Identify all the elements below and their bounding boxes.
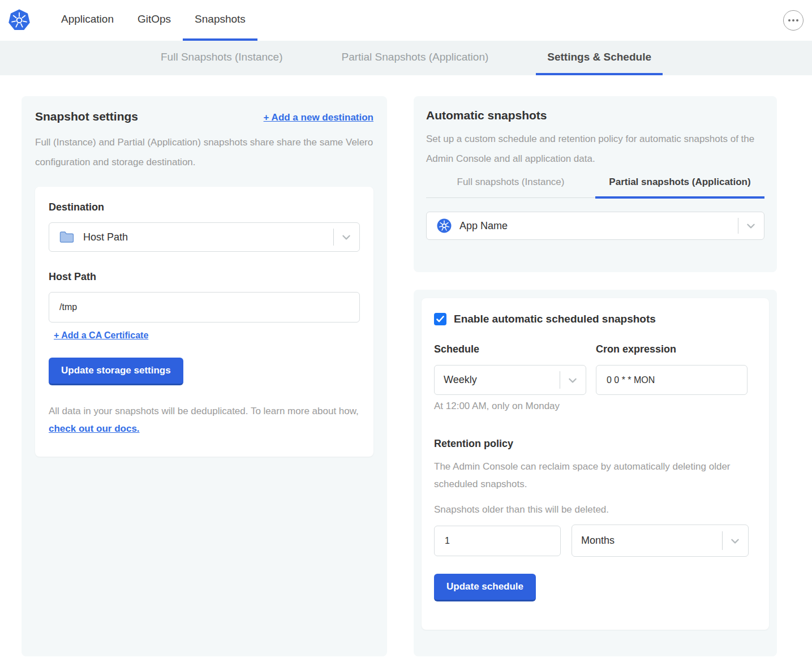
destination-select-value: Host Path (83, 231, 128, 243)
select-divider (560, 371, 560, 389)
nav-tab-snapshots[interactable]: Snapshots (183, 0, 257, 41)
snapshot-type-tabs: Full snapshots (Instance) Partial snapsh… (426, 177, 764, 198)
kubernetes-logo-icon (8, 7, 31, 32)
cron-expression-label: Cron expression (596, 343, 747, 355)
host-path-input[interactable] (49, 292, 360, 323)
automatic-snapshots-card: Automatic snapshots Set up a custom sche… (414, 96, 777, 272)
automatic-snapshots-description: Set up a custom schedule and retention p… (426, 129, 764, 169)
schedule-interval-value: Weekly (444, 374, 477, 386)
select-divider (333, 229, 334, 246)
chevron-down-icon (568, 375, 578, 385)
overflow-menu-button[interactable] (783, 10, 804, 31)
docs-link[interactable]: check out our docs. (49, 423, 140, 434)
update-schedule-button[interactable]: Update schedule (434, 574, 536, 601)
application-select[interactable]: App Name (426, 212, 764, 240)
subnav-tab-settings-schedule[interactable]: Settings & Schedule (536, 41, 663, 75)
schedule-interval-select[interactable]: Weekly (434, 365, 586, 395)
automatic-snapshots-title: Automatic snapshots (426, 109, 764, 122)
schedule-panel: Enable automatic scheduled snapshots Sch… (422, 298, 769, 630)
add-new-destination-link[interactable]: + Add a new destination (264, 112, 373, 123)
snapshot-settings-description: Full (Instance) and Partial (Application… (35, 132, 373, 172)
chevron-down-icon (341, 232, 351, 242)
admin-console-page: Application GitOps Snapshots Full Snapsh… (0, 0, 812, 662)
retention-policy-title: Retention policy (434, 438, 757, 450)
select-divider (738, 218, 738, 234)
retention-count-input[interactable] (434, 526, 561, 556)
update-storage-settings-button[interactable]: Update storage settings (49, 358, 183, 385)
dedup-note: All data in your snapshots will be dedup… (49, 402, 360, 437)
check-icon (436, 316, 444, 323)
cron-human-readable: At 12:00 AM, only on Monday (434, 401, 586, 412)
nav-tab-application[interactable]: Application (49, 0, 126, 41)
app-kubernetes-icon (437, 218, 452, 233)
destination-label: Destination (49, 201, 360, 213)
primary-nav: Application GitOps Snapshots (49, 0, 257, 41)
storage-settings-panel: Destination Host Path Host Path + Add a … (35, 187, 373, 457)
schedule-card: Enable automatic scheduled snapshots Sch… (414, 290, 777, 656)
add-ca-certificate-link[interactable]: + Add a CA Certificate (54, 330, 148, 341)
enable-snapshots-checkbox[interactable] (434, 313, 446, 325)
top-header: Application GitOps Snapshots (0, 0, 812, 41)
tab-full-snapshots-instance[interactable]: Full snapshots (Instance) (426, 177, 595, 199)
subnav-tab-full-snapshots[interactable]: Full Snapshots (Instance) (149, 41, 294, 75)
ellipsis-icon (788, 19, 790, 22)
enable-snapshots-label: Enable automatic scheduled snapshots (454, 313, 656, 325)
chevron-down-icon (730, 536, 740, 546)
retention-unit-select[interactable]: Months (572, 525, 749, 557)
snapshot-settings-title: Snapshot settings (35, 110, 138, 123)
nav-tab-gitops[interactable]: GitOps (126, 0, 183, 41)
chevron-down-icon (746, 221, 756, 231)
cron-expression-input[interactable] (596, 365, 747, 395)
snapshot-settings-card: Snapshot settings + Add a new destinatio… (22, 96, 387, 656)
retention-unit-value: Months (581, 535, 615, 547)
schedule-label: Schedule (434, 343, 586, 355)
destination-select[interactable]: Host Path (49, 222, 360, 252)
application-select-value: App Name (459, 220, 508, 232)
host-path-label: Host Path (49, 271, 360, 283)
tab-partial-snapshots-application[interactable]: Partial snapshots (Application) (595, 177, 764, 199)
retention-helper-text: Snapshots older than this will be delete… (434, 504, 757, 515)
folder-icon (59, 231, 74, 243)
subnav-tab-partial-snapshots[interactable]: Partial Snapshots (Application) (330, 41, 500, 75)
retention-policy-description: The Admin Console can reclaim space by a… (434, 458, 740, 493)
snapshots-subnav: Full Snapshots (Instance) Partial Snapsh… (0, 41, 812, 75)
select-divider (722, 531, 723, 550)
